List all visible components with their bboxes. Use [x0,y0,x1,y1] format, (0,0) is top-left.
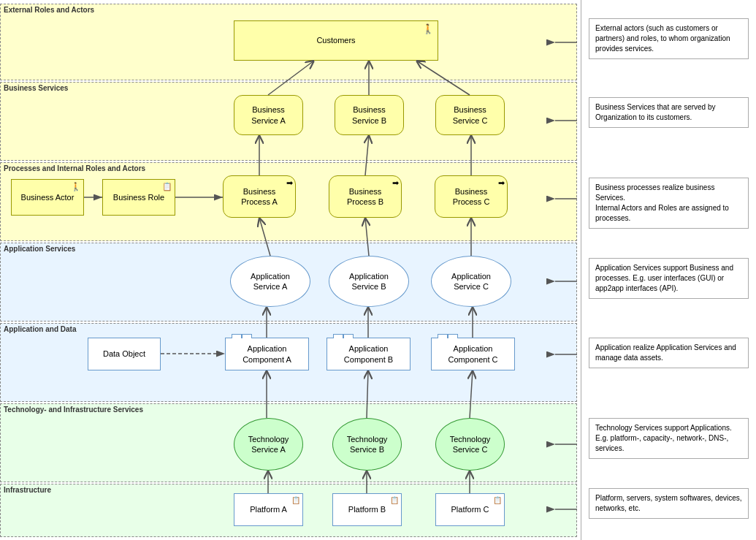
business-actor-label: Business Actor [21,192,75,202]
component-tab-2 [242,334,252,338]
platform-b-node[interactable]: 📋 Platform B [332,493,402,526]
app-component-c-node[interactable]: ApplicationComponent C [431,338,515,370]
tech-service-b-label: TechnologyService B [347,434,388,455]
platform-b-label: Platform B [348,504,386,514]
legend-business: Business Services that are served by Org… [589,97,749,128]
legend-container: External actors (such as customers or pa… [581,0,756,540]
actor-person-icon: 🚶 [71,181,81,191]
lane-appdata-label: Application and Data [4,325,76,333]
business-process-c-label: BusinessProcess C [453,186,490,208]
legend-processes-text: Business processes realize business Serv… [595,183,729,222]
platform-a-icon: 📋 [291,495,300,505]
business-process-c-node[interactable]: ➡ BusinessProcess C [435,175,508,218]
person-icon: 🚶 [422,23,434,36]
platform-a-node[interactable]: 📋 Platform A [234,493,303,526]
app-service-c-label: ApplicationService C [451,271,491,292]
business-service-c-node[interactable]: BusinessService C [435,95,505,135]
business-service-a-node[interactable]: BusinessService A [234,95,303,135]
component-b-tab-2 [343,334,354,338]
legend-infra-text: Platform, servers, system softwares, dev… [595,494,742,512]
business-service-b-node[interactable]: BusinessService B [335,95,404,135]
tech-service-c-node[interactable]: TechnologyService C [435,418,505,471]
data-object-node[interactable]: Data Object [88,338,161,370]
legend-appservices: Application Services support Business an… [589,258,749,299]
platform-c-label: Platform C [451,504,489,514]
app-component-c-label: ApplicationComponent C [448,343,498,365]
data-object-label: Data Object [103,349,145,359]
legend-tech: Technology Services support Applications… [589,418,749,459]
lane-infra-label: Infrastructure [4,486,51,494]
lane-appservices-label: Application Services [4,245,75,253]
platform-b-icon: 📋 [390,495,399,505]
business-role-node[interactable]: 📋 Business Role [102,179,175,216]
process-a-icon: ➡ [286,178,293,188]
legend-external-text: External actors (such as customers or pa… [595,24,730,53]
lane-external-label: External Roles and Actors [4,6,94,14]
component-b-tab-1 [333,334,343,338]
component-tab-1 [232,334,242,338]
legend-business-text: Business Services that are served by Org… [595,103,716,121]
business-process-b-label: BusinessProcess B [347,186,383,208]
legend-appdata-text: Application realize Application Services… [595,343,736,362]
legend-external: External actors (such as customers or pa… [589,18,749,59]
app-component-a-label: ApplicationComponent A [243,343,291,365]
lane-business-label: Business Services [4,84,68,92]
legend-appservices-text: Application Services support Business an… [595,264,733,292]
platform-c-icon: 📋 [493,495,502,505]
component-c-tab-1 [438,334,448,338]
business-service-c-label: BusinessService C [453,104,488,126]
legend-infra: Platform, servers, system softwares, dev… [589,488,749,519]
legend-processes: Business processes realize business Serv… [589,178,749,229]
process-b-icon: ➡ [392,178,399,188]
lane-processes-label: Processes and Internal Roles and Actors [4,164,145,172]
platform-a-label: Platform A [250,504,287,514]
tech-service-b-node[interactable]: TechnologyService B [332,418,402,471]
business-process-b-node[interactable]: ➡ BusinessProcess B [329,175,402,218]
business-role-label: Business Role [113,192,164,202]
business-process-a-label: BusinessProcess A [241,186,278,208]
business-service-a-label: BusinessService A [251,104,285,126]
app-service-a-label: ApplicationService A [251,271,290,292]
role-icon: 📋 [162,181,172,191]
customers-label: Customers [316,35,355,45]
app-service-b-label: ApplicationService B [349,271,389,292]
app-component-b-label: ApplicationComponent B [344,343,393,365]
business-actor-node[interactable]: 🚶 Business Actor [11,179,84,216]
component-c-tab-2 [448,334,458,338]
app-service-b-node[interactable]: ApplicationService B [329,256,409,307]
diagram: External Roles and Actors Business Servi… [0,0,577,540]
app-component-b-node[interactable]: ApplicationComponent B [327,338,411,370]
business-service-b-label: BusinessService B [352,104,386,126]
process-c-icon: ➡ [498,178,505,188]
customers-node[interactable]: 🚶 Customers [234,20,438,61]
legend-appdata: Application realize Application Services… [589,338,749,368]
app-service-a-node[interactable]: ApplicationService A [230,256,310,307]
platform-c-node[interactable]: 📋 Platform C [435,493,505,526]
legend-tech-text: Technology Services support Applications… [595,424,732,452]
tech-service-c-label: TechnologyService C [450,434,491,455]
tech-service-a-node[interactable]: TechnologyService A [234,418,303,471]
tech-service-a-label: TechnologyService A [248,434,289,455]
app-service-c-node[interactable]: ApplicationService C [431,256,511,307]
business-process-a-node[interactable]: ➡ BusinessProcess A [223,175,296,218]
lane-tech-label: Technology- and Infrastructure Services [4,406,143,414]
app-component-a-node[interactable]: ApplicationComponent A [225,338,309,370]
